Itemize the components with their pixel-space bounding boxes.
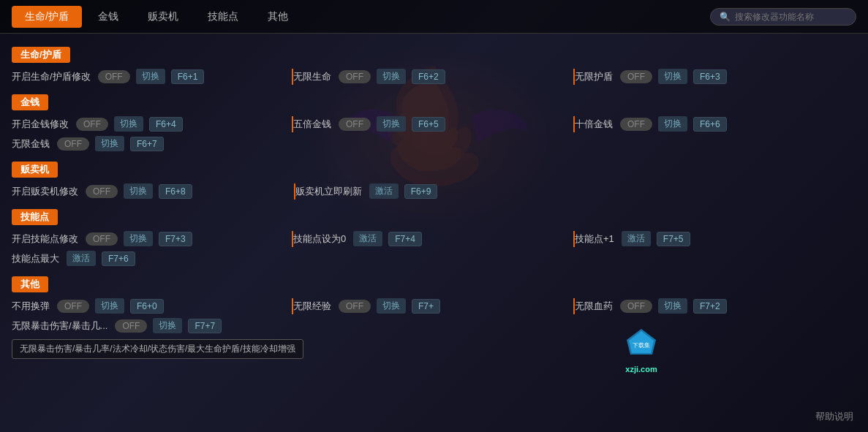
label-open-skill: 开启技能点修改 bbox=[12, 232, 78, 246]
watermark-url: xzji.com bbox=[619, 365, 663, 374]
section-header-vending: 贩卖机 bbox=[12, 162, 58, 178]
btn-switch-infinite-potion[interactable]: 切换 bbox=[658, 298, 687, 314]
section-money: 金钱 开启金钱修改 OFF 切换 F6+4 五倍金钱 OFF 切换 F6+5 十… bbox=[12, 88, 856, 151]
hotkey-skill-zero: F7+4 bbox=[388, 232, 422, 246]
other-row-1: 不用换弹 OFF 切换 F6+0 无限经验 OFF 切换 F7+ 无限血药 OF… bbox=[12, 298, 856, 314]
btn-off-open-life-shield[interactable]: OFF bbox=[98, 70, 130, 83]
col-infinite-exp: 无限经验 OFF 切换 F7+ bbox=[293, 298, 575, 314]
btn-switch-open-money[interactable]: 切换 bbox=[114, 116, 143, 132]
btn-off-no-reload[interactable]: OFF bbox=[57, 300, 89, 313]
tab-skill-points[interactable]: 技能点 bbox=[195, 6, 252, 28]
btn-off-infinite-money[interactable]: OFF bbox=[57, 137, 89, 151]
btn-switch-10x-money[interactable]: 切换 bbox=[658, 116, 687, 132]
btn-activate-skill-plus-one[interactable]: 激活 bbox=[622, 231, 651, 246]
search-icon: 🔍 bbox=[720, 12, 731, 22]
hotkey-infinite-shield: F6+3 bbox=[693, 69, 727, 84]
btn-off-open-money[interactable]: OFF bbox=[76, 118, 108, 131]
hotkey-infinite-exp: F7+ bbox=[412, 299, 440, 314]
col-skill-max: 技能点最大 激活 F7+6 bbox=[12, 251, 297, 266]
label-vending-refresh: 贩卖机立即刷新 bbox=[295, 185, 362, 198]
hotkey-infinite-life: F6+2 bbox=[412, 69, 445, 84]
btn-off-infinite-exp[interactable]: OFF bbox=[339, 300, 371, 313]
btn-switch-open-life-shield[interactable]: 切换 bbox=[136, 69, 165, 84]
section-header-money: 金钱 bbox=[12, 94, 48, 110]
section-header-other: 其他 bbox=[12, 276, 48, 292]
col-open-money: 开启金钱修改 OFF 切换 F6+4 bbox=[12, 116, 293, 132]
hotkey-infinite-potion: F7+2 bbox=[693, 299, 727, 314]
vending-row-1: 开启贩卖机修改 OFF 切换 F6+8 贩卖机立即刷新 激活 F6+9 bbox=[12, 183, 856, 199]
col-skill-set-zero: 技能点设为0 激活 F7+4 bbox=[293, 231, 575, 246]
btn-switch-infinite-crit[interactable]: 切换 bbox=[153, 318, 182, 333]
btn-switch-infinite-shield[interactable]: 切换 bbox=[658, 69, 687, 84]
label-5x-money: 五倍金钱 bbox=[293, 118, 331, 131]
label-infinite-exp: 无限经验 bbox=[293, 300, 331, 313]
search-input[interactable] bbox=[735, 12, 847, 22]
hotkey-open-money: F6+4 bbox=[149, 117, 183, 132]
btn-switch-infinite-exp[interactable]: 切换 bbox=[377, 298, 406, 314]
watermark: 下载集 xzji.com bbox=[619, 325, 663, 374]
top-nav: 生命/护盾 金钱 贩卖机 技能点 其他 🔍 bbox=[0, 0, 868, 34]
label-open-money: 开启金钱修改 bbox=[12, 118, 69, 131]
col-vending-refresh: 贩卖机立即刷新 激活 F6+9 bbox=[295, 183, 856, 199]
btn-off-10x-money[interactable]: OFF bbox=[620, 118, 652, 131]
tab-vending[interactable]: 贩卖机 bbox=[135, 6, 192, 28]
hotkey-vending-refresh: F6+9 bbox=[404, 184, 438, 199]
label-infinite-shield: 无限护盾 bbox=[575, 70, 613, 83]
label-open-life-shield: 开启生命/护盾修改 bbox=[12, 70, 91, 83]
hotkey-no-reload: F6+0 bbox=[130, 299, 164, 314]
label-infinite-money: 无限金钱 bbox=[12, 137, 50, 151]
btn-switch-open-skill[interactable]: 切换 bbox=[124, 231, 153, 246]
tab-life-shield[interactable]: 生命/护盾 bbox=[12, 6, 82, 28]
col-infinite-life: 无限生命 OFF 切换 F6+2 bbox=[293, 69, 575, 84]
search-box[interactable]: 🔍 bbox=[710, 8, 856, 26]
btn-switch-infinite-money[interactable]: 切换 bbox=[95, 136, 124, 151]
label-infinite-life: 无限生命 bbox=[293, 70, 331, 83]
btn-switch-5x-money[interactable]: 切换 bbox=[377, 116, 406, 132]
col-infinite-potion: 无限血药 OFF 切换 F7+2 bbox=[575, 298, 856, 314]
hotkey-skill-plus-one: F7+5 bbox=[657, 232, 690, 246]
col-infinite-money: 无限金钱 OFF 切换 F6+7 bbox=[12, 136, 297, 151]
col-infinite-shield: 无限护盾 OFF 切换 F6+3 bbox=[575, 69, 856, 84]
money-row-2: 无限金钱 OFF 切换 F6+7 bbox=[12, 136, 856, 151]
tab-money[interactable]: 金钱 bbox=[85, 6, 132, 28]
money-row-1: 开启金钱修改 OFF 切换 F6+4 五倍金钱 OFF 切换 F6+5 十倍金钱… bbox=[12, 116, 856, 132]
skill-row-2: 技能点最大 激活 F7+6 bbox=[12, 251, 856, 266]
tooltip-crit: 无限暴击伤害/暴击几率/法术冷却/状态伤害/最大生命护盾/技能冷却增强 bbox=[12, 339, 303, 359]
btn-off-infinite-life[interactable]: OFF bbox=[339, 70, 371, 83]
btn-activate-skill-max[interactable]: 激活 bbox=[67, 251, 96, 266]
btn-off-infinite-crit[interactable]: OFF bbox=[115, 319, 147, 333]
hotkey-10x-money: F6+6 bbox=[693, 117, 727, 132]
hotkey-infinite-money: F6+7 bbox=[130, 137, 164, 151]
btn-activate-vending-refresh[interactable]: 激活 bbox=[369, 183, 399, 199]
btn-switch-infinite-life[interactable]: 切换 bbox=[377, 69, 406, 84]
label-skill-set-zero: 技能点设为0 bbox=[293, 232, 346, 246]
col-5x-money: 五倍金钱 OFF 切换 F6+5 bbox=[293, 116, 575, 132]
btn-switch-open-vending[interactable]: 切换 bbox=[124, 183, 153, 199]
col-open-vending: 开启贩卖机修改 OFF 切换 F6+8 bbox=[12, 183, 295, 199]
col-skill-plus-one: 技能点+1 激活 F7+5 bbox=[575, 231, 856, 246]
btn-activate-skill-zero[interactable]: 激活 bbox=[353, 231, 382, 246]
label-no-reload: 不用换弹 bbox=[12, 300, 50, 313]
label-infinite-potion: 无限血药 bbox=[575, 300, 613, 313]
col-infinite-crit: 无限暴击伤害/暴击几... OFF 切换 F7+7 bbox=[12, 318, 297, 333]
btn-off-open-skill[interactable]: OFF bbox=[86, 232, 118, 246]
other-row-2: 无限暴击伤害/暴击几... OFF 切换 F7+7 bbox=[12, 318, 856, 333]
help-link[interactable]: 帮助说明 bbox=[815, 410, 853, 423]
col-10x-money: 十倍金钱 OFF 切换 F6+6 bbox=[575, 116, 856, 132]
col-open-life-shield: 开启生命/护盾修改 OFF 切换 F6+1 bbox=[12, 69, 293, 84]
section-vending: 贩卖机 开启贩卖机修改 OFF 切换 F6+8 贩卖机立即刷新 激活 F6+9 bbox=[12, 156, 856, 199]
label-infinite-crit: 无限暴击伤害/暴击几... bbox=[12, 319, 107, 333]
btn-off-infinite-potion[interactable]: OFF bbox=[620, 300, 652, 313]
btn-off-open-vending[interactable]: OFF bbox=[86, 185, 118, 198]
life-shield-row-1: 开启生命/护盾修改 OFF 切换 F6+1 无限生命 OFF 切换 F6+2 无… bbox=[12, 69, 856, 84]
section-other: 其他 不用换弹 OFF 切换 F6+0 无限经验 OFF 切换 F7+ 无限血药… bbox=[12, 270, 856, 359]
tab-other[interactable]: 其他 bbox=[254, 6, 301, 28]
btn-off-infinite-shield[interactable]: OFF bbox=[620, 70, 652, 83]
col-no-reload: 不用换弹 OFF 切换 F6+0 bbox=[12, 298, 293, 314]
label-10x-money: 十倍金钱 bbox=[575, 118, 613, 131]
label-skill-plus-one: 技能点+1 bbox=[575, 232, 614, 246]
content-area: 生命/护盾 开启生命/护盾修改 OFF 切换 F6+1 无限生命 OFF 切换 … bbox=[0, 34, 868, 369]
btn-switch-no-reload[interactable]: 切换 bbox=[95, 298, 124, 314]
btn-off-5x-money[interactable]: OFF bbox=[339, 118, 371, 131]
svg-text:下载集: 下载集 bbox=[633, 342, 650, 349]
